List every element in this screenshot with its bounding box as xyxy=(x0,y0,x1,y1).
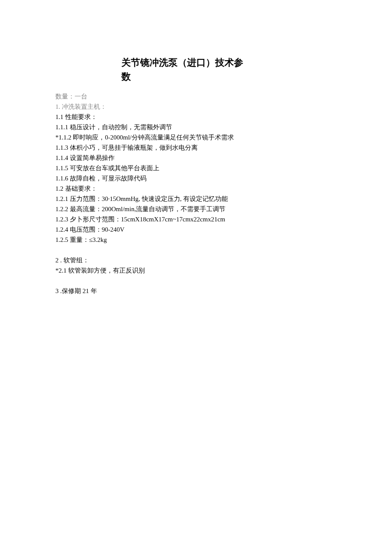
body-line: 1.1.1 稳压设计，自动控制，无需额外调节 xyxy=(55,122,337,132)
body-line: 3 .保修期 21 年 xyxy=(55,286,337,296)
body-line: 1. 冲洗装置主机： xyxy=(55,102,337,112)
body-line: *2.1 软管装卸方便，有正反识别 xyxy=(55,265,337,276)
title-line-2: 数 xyxy=(121,70,337,84)
document-page: 关节镜冲洗泵（进口）技术参 数 数量：一台1. 冲洗装置主机：1.1 性能要求：… xyxy=(0,0,392,555)
title-line-1: 关节镜冲洗泵（进口）技术参 xyxy=(121,55,337,70)
body-line: 1.1.3 体积小巧，可悬挂于输液瓶架，做到水电分离 xyxy=(55,142,337,153)
body-line: 1.2.4 电压范围：90-240V xyxy=(55,224,337,235)
body-line: 1.1.6 故障自检，可显示故障代码 xyxy=(55,173,337,183)
document-body: 数量：一台1. 冲洗装置主机：1.1 性能要求：1.1.1 稳压设计，自动控制，… xyxy=(55,91,337,296)
body-line: 1.2.5 重量：≤3.2kg xyxy=(55,235,337,245)
body-line: 2 . 软管组： xyxy=(55,255,337,265)
body-line: 1.1.4 设置简单易操作 xyxy=(55,153,337,163)
document-title: 关节镜冲洗泵（进口）技术参 数 xyxy=(121,55,337,84)
body-line: 数量：一台 xyxy=(55,91,337,102)
body-line: 1.2.3 夕卜形尺寸范围：15cmX18cmX17cm~17cmx22cmx2… xyxy=(55,214,337,224)
body-line xyxy=(55,276,337,286)
body-line xyxy=(55,245,337,255)
body-line: 1.2.2 最高流量：200Oml/min,流量自动调节，不需要手工调节 xyxy=(55,204,337,214)
body-line: 1.1.5 可安放在台车或其他平台表面上 xyxy=(55,163,337,173)
body-line: *1.1.2 即时响应，0-2000ml/分钟高流量满足任何关节镜手术需求 xyxy=(55,132,337,142)
body-line: 1.1 性能要求： xyxy=(55,112,337,122)
body-line: 1.2.1 压力范围：30·15OmmHg, 快速设定压力, 有设定记忆功能 xyxy=(55,194,337,204)
body-line: 1.2 基础要求： xyxy=(55,183,337,194)
